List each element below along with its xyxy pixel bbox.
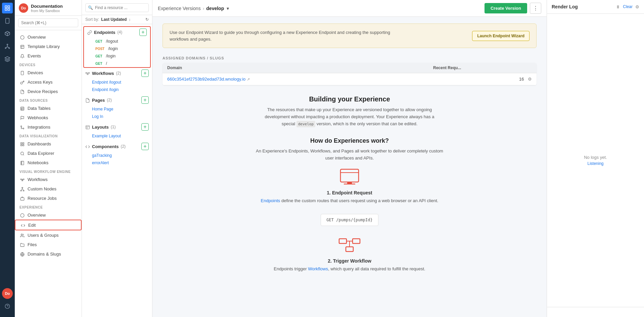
layouts-add-button[interactable]: +: [141, 123, 149, 131]
svg-line-32: [23, 154, 24, 155]
sidebar-item-overview[interactable]: Overview: [15, 32, 82, 42]
resource-group-workflows-header[interactable]: Workflows (2) +: [82, 68, 152, 79]
sidebar-item-workflows[interactable]: Workflows: [15, 175, 82, 184]
components-add-button[interactable]: +: [141, 143, 149, 150]
components-group-icon: [85, 144, 90, 149]
pages-group-count: (2): [107, 98, 112, 102]
breadcrumb-parent[interactable]: Experience Versions: [158, 6, 201, 11]
render-panel-clear-button[interactable]: Clear: [623, 4, 633, 9]
sidebar-item-events[interactable]: Events: [15, 51, 82, 60]
render-panel-pause-button[interactable]: ⏸: [616, 4, 620, 9]
sidebar-item-access-keys-label: Access Keys: [28, 80, 52, 85]
how-section-intro: An Experience's Endpoints, Workflows, an…: [256, 148, 444, 162]
resource-group-endpoints: Endpoints (4) + GET /logout POST /login …: [83, 26, 151, 68]
sidebar-item-notebooks[interactable]: Notebooks: [15, 158, 82, 167]
workflow-item-endpoint-logout[interactable]: Endpoint /logout: [82, 79, 152, 86]
sidebar-avatar: Do: [19, 3, 28, 13]
endpoint-path: /login: [108, 46, 118, 51]
app-icon-help[interactable]: [2, 301, 13, 312]
page-item-home[interactable]: Home Page: [82, 105, 152, 113]
launch-wizard-button[interactable]: Launch Endpoint Wizard: [472, 31, 530, 41]
page-item-login[interactable]: Log In: [82, 113, 152, 120]
workflows-add-button[interactable]: +: [141, 70, 149, 77]
sidebar-item-data-tables-label: Data Tables: [28, 106, 50, 111]
sidebar-item-users-groups-label: Users & Groups: [28, 233, 58, 238]
pages-add-button[interactable]: +: [141, 96, 149, 104]
endpoints-add-button[interactable]: +: [139, 29, 147, 36]
top-bar-right: Create Version ⋮: [485, 3, 541, 14]
workflow-item-endpoint-login[interactable]: Endpoint /login: [82, 86, 152, 93]
sidebar-item-data-explorer-label: Data Explorer: [28, 151, 54, 156]
resource-group-pages-header[interactable]: Pages (2) +: [82, 95, 152, 105]
resource-search-input[interactable]: [85, 3, 149, 12]
sidebar-item-devices[interactable]: Devices: [15, 68, 82, 77]
domain-gear-icon[interactable]: ⚙: [528, 77, 532, 82]
sidebar-item-exp-overview[interactable]: Overview: [15, 210, 82, 220]
app-icon-workflow[interactable]: [2, 41, 13, 52]
sidebar-item-device-recipes[interactable]: Device Recipes: [15, 87, 82, 96]
endpoint-item-logout-get[interactable]: GET /logout: [84, 38, 150, 45]
sidebar-item-integrations[interactable]: Integrations: [15, 122, 82, 132]
resource-sort-bar: Sort by: Last Updated ↕ ↻: [82, 15, 152, 24]
app-icon-device[interactable]: [2, 15, 13, 26]
svg-line-11: [6, 47, 7, 48]
endpoint-item-root-get[interactable]: GET /: [84, 60, 150, 67]
sidebar-item-domains-slugs[interactable]: Domains & Slugs: [15, 249, 82, 259]
sidebar-item-exp-overview-label: Overview: [28, 213, 46, 218]
data-sources-section-label: DATA SOURCES: [15, 96, 82, 103]
resource-group-layouts-header[interactable]: Layouts (1) +: [82, 122, 152, 132]
sidebar-item-custom-nodes[interactable]: Custom Nodes: [15, 184, 82, 193]
sidebar-item-resource-jobs[interactable]: Resource Jobs: [15, 193, 82, 203]
endpoints-link[interactable]: Endpoints: [261, 198, 280, 203]
sidebar-item-template-library-label: Template Library: [28, 44, 60, 49]
sidebar-item-events-label: Events: [28, 53, 41, 58]
domain-col-header: Domain: [163, 63, 428, 73]
sidebar-item-files[interactable]: Files: [15, 240, 82, 249]
sidebar-item-data-tables[interactable]: Data Tables: [15, 103, 82, 113]
component-item-erroralert[interactable]: errorAlert: [82, 159, 152, 167]
svg-point-8: [5, 48, 6, 49]
resource-group-workflows: Workflows (2) + Endpoint /logout Endpoin…: [82, 68, 152, 93]
endpoint-item-login-get[interactable]: GET /login: [84, 52, 150, 60]
svg-rect-62: [340, 169, 359, 182]
render-panel-settings-icon[interactable]: ⚙: [635, 4, 639, 9]
sidebar-item-access-keys[interactable]: Access Keys: [15, 77, 82, 87]
sidebar-item-data-explorer[interactable]: Data Explorer: [15, 148, 82, 158]
refresh-button[interactable]: ↻: [145, 17, 149, 22]
app-icon-home[interactable]: [2, 3, 13, 13]
step2-illustration: 2. Trigger Workflow Endpoints trigger Wo…: [163, 235, 537, 278]
step1-illustration: 1. Endpoint Request Endpoints define the…: [163, 167, 537, 230]
sidebar-item-dashboards[interactable]: Dashboards: [15, 139, 82, 148]
sort-value[interactable]: Last Updated: [101, 17, 127, 22]
component-item-gatracking[interactable]: gaTracking: [82, 152, 152, 159]
resource-group-components-header[interactable]: Components (2) +: [82, 141, 152, 152]
breadcrumb-dropdown-icon[interactable]: ▾: [227, 6, 229, 11]
app-icon-avatar[interactable]: Do: [2, 288, 13, 299]
step1-label: 1. Endpoint Request: [327, 190, 372, 195]
breadcrumb-current: develop: [206, 6, 224, 11]
render-panel-header: Render Log ⏸ Clear ⚙: [547, 0, 644, 14]
method-get-badge: GET: [94, 54, 104, 58]
sidebar-item-overview-label: Overview: [28, 35, 46, 40]
sidebar-item-edit[interactable]: Edit: [15, 220, 82, 230]
app-icon-experience[interactable]: [2, 54, 13, 64]
sidebar-item-template-library[interactable]: Template Library: [15, 42, 82, 51]
endpoint-item-login-post[interactable]: POST /login: [84, 45, 150, 52]
domain-link[interactable]: 660c3541ef2753b92edad73d.wnology.io: [167, 77, 245, 82]
main-content: Experience Versions › develop ▾ Create V…: [152, 0, 547, 317]
sidebar-search-input[interactable]: [18, 18, 78, 27]
kebab-menu-button[interactable]: ⋮: [530, 3, 541, 14]
sidebar-item-files-label: Files: [28, 242, 37, 247]
building-body-text2: version, which is the only version that …: [317, 121, 418, 126]
layout-item-example[interactable]: Example Layout: [82, 132, 152, 140]
sidebar-item-users-groups[interactable]: Users & Groups: [15, 230, 82, 240]
sidebar-item-workflows-label: Workflows: [28, 177, 48, 182]
external-link-icon[interactable]: ↗: [247, 77, 250, 81]
resource-group-endpoints-header[interactable]: Endpoints (4) +: [84, 27, 150, 38]
svg-rect-20: [20, 107, 24, 110]
workflows-link[interactable]: Workflows: [308, 266, 328, 271]
create-version-button[interactable]: Create Version: [485, 3, 527, 13]
sidebar-item-webhooks[interactable]: Webhooks: [15, 113, 82, 122]
app-icon-cube[interactable]: [2, 28, 13, 39]
svg-rect-30: [22, 144, 24, 146]
